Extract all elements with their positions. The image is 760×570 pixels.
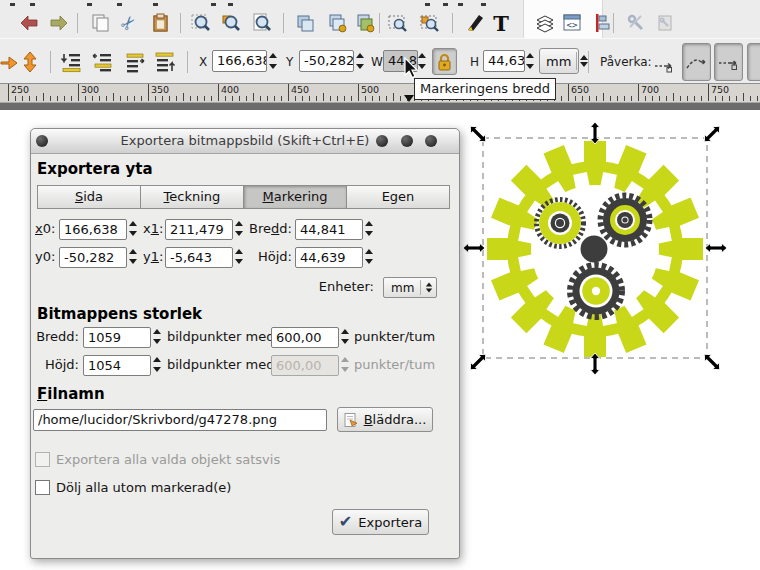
ruler-tick-label: 350	[151, 84, 169, 95]
y1-spinner[interactable]	[234, 247, 244, 266]
raise-to-top-icon[interactable]	[153, 50, 177, 74]
export-button[interactable]: ✔ Exportera	[332, 509, 429, 535]
forward-icon[interactable]	[47, 11, 71, 35]
hojd-spinner[interactable]	[364, 247, 374, 266]
bitmap-width-spinner[interactable]	[152, 327, 162, 346]
copy-icon[interactable]	[88, 11, 112, 35]
selection-handle[interactable]	[467, 351, 489, 373]
ruler-tick	[386, 96, 387, 101]
height-label: H	[470, 55, 479, 69]
ruler-tick	[722, 96, 723, 101]
raise-one-step-icon[interactable]	[123, 50, 147, 74]
move-pattern-icon[interactable]	[652, 51, 676, 75]
align-icon[interactable]	[589, 11, 613, 35]
x1-spinner[interactable]	[234, 219, 244, 238]
x1-field[interactable]: 211,479	[165, 219, 233, 240]
selection-handle[interactable]	[701, 123, 723, 145]
x-spinner[interactable]	[268, 52, 278, 70]
bitmap-width-field[interactable]: 1059	[83, 327, 151, 348]
zoom-selection-icon[interactable]	[189, 11, 213, 35]
height-field[interactable]: 44,639	[483, 50, 525, 72]
lower-one-step-icon[interactable]	[91, 50, 115, 74]
y0-spinner[interactable]	[128, 247, 138, 266]
ruler-tick	[134, 96, 135, 101]
browse-label: Bläddra...	[364, 412, 427, 427]
zoom-fit-drawing-icon[interactable]	[418, 11, 442, 35]
y1-field[interactable]: -5,643	[165, 247, 233, 268]
flip-vertical-icon[interactable]	[18, 50, 42, 74]
tab-sida[interactable]: Sida	[37, 185, 141, 209]
ruler-tick	[204, 96, 205, 101]
x0-field[interactable]: 166,638	[59, 219, 127, 240]
toolbar-separator	[283, 13, 284, 33]
affect-clipped-button[interactable]	[747, 43, 760, 81]
tab-egen[interactable]: Egen	[346, 185, 450, 209]
cut-icon[interactable]: ✂	[117, 11, 141, 35]
x-coordinate-field[interactable]: 166,638	[212, 50, 267, 72]
tab-teckning[interactable]: Teckning	[140, 185, 244, 209]
selection-handle[interactable]	[705, 243, 727, 253]
ruler-tick	[330, 96, 331, 101]
ruler-tick	[183, 93, 184, 101]
window-maximize-button[interactable]	[401, 135, 413, 147]
selection-handle[interactable]	[467, 123, 489, 145]
dpi-field[interactable]: 600,00	[271, 327, 339, 348]
bredd-spinner[interactable]	[364, 219, 374, 238]
bitmap-height-spinner[interactable]	[152, 355, 162, 374]
zoom-page-icon[interactable]	[250, 11, 274, 35]
lock-ratio-button[interactable]	[432, 48, 457, 75]
inkscape-window: ✂ T <>	[0, 0, 760, 570]
ruler-tick	[169, 96, 170, 101]
clone-icon[interactable]	[325, 11, 349, 35]
y-spinner[interactable]	[355, 52, 365, 70]
ruler-tick	[617, 96, 618, 101]
ruler-tick	[631, 96, 632, 101]
ruler-tick	[708, 84, 709, 101]
dpi-spinner[interactable]	[340, 327, 350, 346]
hide-others-checkbox[interactable]	[35, 480, 50, 495]
selection-handle[interactable]	[590, 353, 600, 375]
selection-handle[interactable]	[463, 243, 485, 253]
y0-field[interactable]: -50,282	[59, 247, 127, 268]
x0-spinner[interactable]	[128, 219, 138, 238]
zoom-drawing-icon[interactable]	[219, 11, 243, 35]
xml-editor-icon[interactable]: <>	[560, 11, 584, 35]
preferences-icon[interactable]	[624, 11, 648, 35]
browse-button[interactable]: Bläddra...	[337, 407, 433, 432]
ruler-tick	[211, 96, 212, 101]
window-minimize-button[interactable]	[376, 135, 388, 147]
selection-handle[interactable]	[590, 122, 600, 144]
dialog-unit-selector[interactable]: mm	[383, 277, 437, 298]
affect-gradients-button[interactable]	[682, 43, 711, 81]
calligraphy-icon[interactable]	[463, 11, 487, 35]
unlink-clone-icon[interactable]	[353, 11, 377, 35]
back-icon[interactable]	[17, 11, 41, 35]
ruler-tick	[99, 96, 100, 101]
bitmap-height-field[interactable]: 1054	[83, 355, 151, 376]
layers-icon[interactable]	[533, 11, 557, 35]
horizontal-ruler[interactable]: 250300350400450500550600650700750	[0, 84, 760, 103]
window-close-button[interactable]	[425, 135, 437, 147]
ruler-tick	[176, 96, 177, 101]
paste-icon[interactable]	[148, 11, 172, 35]
unit-selector[interactable]: mm	[539, 48, 579, 74]
bredd-label: Bredd:	[246, 221, 292, 236]
affect-patterns-button[interactable]	[714, 43, 743, 81]
text-tool-icon[interactable]: T	[489, 11, 513, 35]
hojd-field[interactable]: 44,639	[295, 247, 363, 268]
selection-handle[interactable]	[701, 351, 723, 373]
filename-input[interactable]: /home/lucidor/Skrivbord/g47278.png	[33, 409, 327, 431]
bredd-field[interactable]: 44,841	[295, 219, 363, 240]
y-coordinate-field[interactable]: -50,282	[299, 50, 354, 72]
lower-to-bottom-icon[interactable]	[60, 50, 84, 74]
gear-drawing[interactable]	[487, 141, 703, 357]
zoom-fit-selection-icon[interactable]	[386, 11, 410, 35]
extension-icon[interactable]	[653, 11, 677, 35]
flip-horizontal-icon[interactable]	[0, 50, 20, 74]
ruler-tick	[197, 96, 198, 101]
ruler-tick	[71, 96, 72, 101]
height-spinner[interactable]	[525, 52, 535, 70]
dialog-titlebar[interactable]: Exportera bitmappsbild (Skift+Ctrl+E)	[31, 129, 459, 154]
tab-markering[interactable]: Markering	[243, 185, 347, 209]
duplicate-icon[interactable]	[293, 11, 317, 35]
